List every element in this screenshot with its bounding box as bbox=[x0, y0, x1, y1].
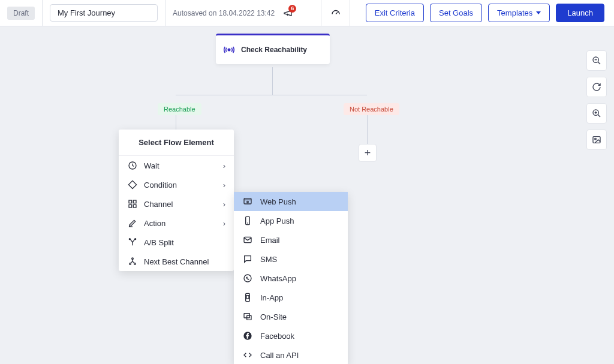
not-reachable-tag: Not Reachable bbox=[344, 103, 399, 115]
add-node-button[interactable]: + bbox=[359, 144, 377, 162]
channel-item-web-push[interactable]: Web Push bbox=[234, 192, 348, 211]
svg-point-22 bbox=[130, 263, 131, 265]
reachability-icon bbox=[223, 44, 235, 56]
top-bar: Draft Autosaved on 18.04.2022 13:42 6 Ex… bbox=[0, 0, 614, 26]
channel-item-sms[interactable]: SMS bbox=[234, 249, 348, 269]
svg-rect-13 bbox=[129, 200, 132, 203]
channel-item-whatsapp[interactable]: WhatsApp bbox=[234, 269, 348, 288]
email-icon bbox=[242, 235, 253, 245]
screenshot-button[interactable] bbox=[586, 130, 607, 150]
channel-label: SMS bbox=[260, 255, 277, 264]
flow-item-action[interactable]: Action › bbox=[119, 213, 234, 233]
api-icon bbox=[242, 350, 253, 360]
sms-icon bbox=[242, 254, 253, 264]
check-reachability-label: Check Reachability bbox=[241, 46, 307, 54]
channel-item-in-app[interactable]: In-App bbox=[234, 288, 348, 307]
flow-element-panel: Select Flow Element Wait › Condition › C… bbox=[119, 130, 234, 271]
zoom-out-button[interactable] bbox=[586, 50, 607, 71]
channel-label: App Push bbox=[260, 216, 294, 225]
zoom-in-button[interactable] bbox=[586, 103, 607, 124]
flow-item-condition[interactable]: Condition › bbox=[119, 175, 234, 194]
svg-point-9 bbox=[595, 138, 597, 140]
channel-item-app-push[interactable]: App Push bbox=[234, 211, 348, 230]
image-icon bbox=[592, 135, 601, 145]
channel-label: Web Push bbox=[260, 197, 296, 206]
svg-point-26 bbox=[247, 201, 249, 203]
flow-item-label: Wait bbox=[144, 161, 217, 170]
channel-item-facebook[interactable]: Facebook bbox=[234, 326, 348, 345]
flow-item-ab-split[interactable]: A/B Split bbox=[119, 233, 234, 252]
chevron-right-icon: › bbox=[223, 161, 225, 170]
flow-item-wait[interactable]: Wait › bbox=[119, 156, 234, 175]
draft-badge: Draft bbox=[7, 7, 35, 20]
svg-rect-14 bbox=[133, 200, 136, 203]
chevron-right-icon: › bbox=[223, 200, 225, 209]
svg-point-10 bbox=[228, 49, 230, 50]
templates-label: Templates bbox=[497, 8, 532, 17]
flow-item-channel[interactable]: Channel › bbox=[119, 194, 234, 213]
topbar-right: Exit Criteria Set Goals Templates Launch bbox=[356, 0, 614, 26]
zoom-out-icon bbox=[592, 56, 601, 65]
connector bbox=[367, 112, 368, 144]
in-app-icon bbox=[242, 293, 253, 302]
chevron-right-icon: › bbox=[223, 219, 225, 228]
channel-label: WhatsApp bbox=[260, 274, 296, 283]
connector bbox=[272, 67, 273, 95]
web-push-icon bbox=[242, 197, 253, 206]
refresh-icon bbox=[592, 82, 601, 92]
reachable-tag: Reachable bbox=[158, 103, 201, 115]
svg-rect-12 bbox=[128, 181, 136, 188]
reset-view-button[interactable] bbox=[586, 77, 607, 97]
zoom-in-icon bbox=[592, 109, 601, 118]
flow-panel-title: Select Flow Element bbox=[119, 130, 234, 156]
network-icon bbox=[127, 257, 138, 266]
draft-status-cell: Draft bbox=[0, 0, 43, 26]
whatsapp-icon bbox=[242, 273, 253, 283]
svg-line-0 bbox=[336, 12, 338, 14]
gauge-icon bbox=[330, 8, 341, 19]
speed-cell[interactable] bbox=[321, 0, 350, 26]
svg-rect-15 bbox=[129, 204, 132, 207]
clock-icon bbox=[127, 161, 138, 170]
channel-item-call-api[interactable]: Call an API bbox=[234, 345, 348, 364]
svg-point-19 bbox=[129, 239, 130, 240]
notification-count-badge: 6 bbox=[288, 5, 296, 13]
svg-rect-16 bbox=[133, 204, 136, 207]
launch-button[interactable]: Launch bbox=[556, 4, 604, 22]
channel-label: Call an API bbox=[260, 351, 299, 360]
journey-name-input[interactable] bbox=[50, 4, 158, 22]
on-site-icon bbox=[242, 312, 253, 321]
flow-item-label: Next Best Channel bbox=[144, 257, 225, 266]
grid-icon bbox=[127, 199, 138, 209]
exit-criteria-button[interactable]: Exit Criteria bbox=[366, 4, 424, 22]
autosave-cell: Autosaved on 18.04.2022 13:42 6 bbox=[165, 0, 321, 26]
channel-item-on-site[interactable]: On-Site bbox=[234, 307, 348, 326]
set-goals-button[interactable]: Set Goals bbox=[430, 4, 482, 22]
facebook-icon bbox=[242, 331, 253, 341]
chevron-down-icon bbox=[536, 11, 541, 14]
svg-point-21 bbox=[132, 258, 134, 260]
svg-point-23 bbox=[134, 263, 136, 265]
svg-rect-35 bbox=[246, 296, 249, 299]
channel-item-email[interactable]: Email bbox=[234, 230, 348, 249]
svg-point-20 bbox=[135, 239, 136, 240]
split-icon bbox=[127, 237, 138, 247]
templates-button[interactable]: Templates bbox=[488, 4, 550, 22]
flow-item-label: Action bbox=[144, 219, 217, 228]
flow-item-label: Condition bbox=[144, 181, 217, 189]
channel-label: In-App bbox=[260, 293, 283, 302]
svg-point-33 bbox=[244, 275, 251, 282]
notification-button[interactable]: 6 bbox=[283, 8, 293, 18]
diamond-icon bbox=[127, 180, 138, 189]
flow-item-label: A/B Split bbox=[144, 238, 225, 247]
flow-item-next-best-channel[interactable]: Next Best Channel bbox=[119, 252, 234, 271]
channel-label: Facebook bbox=[260, 332, 294, 341]
autosave-text: Autosaved on 18.04.2022 13:42 bbox=[173, 9, 275, 17]
pencil-icon bbox=[127, 218, 138, 228]
svg-line-2 bbox=[598, 62, 600, 64]
journey-name-cell bbox=[43, 0, 165, 26]
app-push-icon bbox=[242, 216, 253, 225]
svg-rect-8 bbox=[593, 137, 600, 143]
check-reachability-node[interactable]: Check Reachability bbox=[216, 34, 330, 64]
canvas[interactable]: Check Reachability Reachable Not Reachab… bbox=[0, 26, 614, 364]
